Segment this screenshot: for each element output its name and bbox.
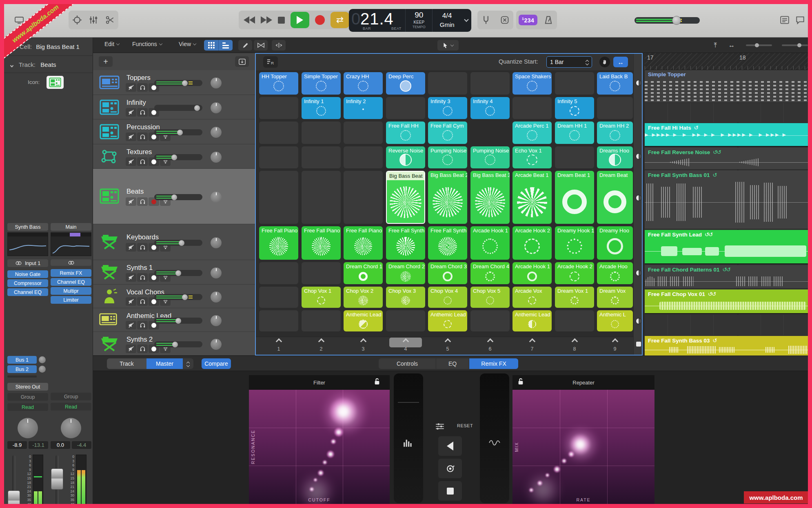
tab-track[interactable]: Track bbox=[107, 358, 146, 369]
track-header-vocal-chops[interactable]: Vocal Chops bbox=[93, 285, 255, 308]
track-volume-slider[interactable] bbox=[154, 194, 202, 200]
loop-cell[interactable]: Dream Chord 4 bbox=[470, 262, 510, 284]
volume-fader[interactable] bbox=[8, 490, 20, 504]
region-free-fall-hi-hats[interactable]: Free Fall Hi Hats ▶ ▶▶▶▶ ▶ ▶ ▶▶ ▶ ▶ ▶ ▶▶… bbox=[645, 123, 808, 147]
loop-cell[interactable]: Dream Beat bbox=[597, 171, 633, 224]
scene-trigger-6[interactable]: 6 bbox=[470, 339, 510, 352]
cycle-button[interactable]: ⇄ bbox=[331, 12, 349, 28]
menu-view[interactable]: View bbox=[179, 41, 196, 47]
track-pan-knob[interactable] bbox=[211, 315, 222, 326]
loop-cell[interactable]: Reverse Noise bbox=[386, 146, 425, 168]
row-play-indicator[interactable] bbox=[636, 318, 642, 324]
track-header-percussion[interactable]: Percussion bbox=[93, 119, 255, 144]
tab-remix-fx[interactable]: Remix FX bbox=[469, 358, 518, 369]
track-volume-slider[interactable] bbox=[154, 294, 202, 300]
loop-cell[interactable]: Chop Vox 3 bbox=[386, 287, 425, 308]
track-icon-well[interactable] bbox=[47, 76, 64, 89]
solo-button[interactable] bbox=[137, 321, 148, 329]
empty-cell[interactable] bbox=[259, 171, 298, 224]
loop-cell[interactable]: Arcade Hook 2 bbox=[555, 262, 594, 284]
empty-cell[interactable] bbox=[555, 72, 594, 95]
loop-cell[interactable]: Simple Topper bbox=[302, 72, 341, 95]
track-volume-slider[interactable] bbox=[154, 129, 202, 135]
lcd-dropdown[interactable] bbox=[461, 9, 471, 32]
input-button[interactable]: Input 1 bbox=[7, 259, 48, 267]
send-slot[interactable]: Bus 1 bbox=[7, 356, 37, 364]
rewind-button[interactable] bbox=[244, 16, 255, 24]
mute-button[interactable] bbox=[126, 297, 136, 306]
track-pan-knob[interactable] bbox=[211, 267, 222, 278]
mute-button[interactable] bbox=[126, 133, 136, 141]
region-free-fall-synth-bass-03[interactable]: Free Fall Synth Bass 03 bbox=[645, 336, 808, 356]
filter-xy-pad[interactable]: RESONANCE CUTOFF bbox=[249, 390, 390, 504]
solo-button[interactable] bbox=[137, 108, 148, 117]
zoom-vertical-fit-icon[interactable]: ⤒ bbox=[708, 40, 722, 51]
empty-cell[interactable] bbox=[470, 72, 510, 95]
loop-cell[interactable]: Arcade Hook 1 bbox=[512, 262, 552, 284]
scene-trigger-4-active[interactable]: 4 bbox=[386, 339, 425, 352]
loop-cell[interactable]: Arcade Hook 1 bbox=[470, 226, 510, 260]
empty-cell[interactable] bbox=[259, 146, 298, 168]
track-pan-knob[interactable] bbox=[211, 192, 222, 203]
master-volume-slider[interactable] bbox=[635, 15, 700, 26]
patch-name-button[interactable]: Main bbox=[51, 223, 91, 231]
zoom-h-slider[interactable] bbox=[782, 44, 808, 46]
plugin-slot[interactable]: Compressor bbox=[7, 279, 48, 287]
grid-divider-icon[interactable] bbox=[235, 56, 249, 67]
loop-cell[interactable]: Pumping Noise bbox=[470, 146, 510, 168]
plugin-slot[interactable]: Remix FX bbox=[51, 269, 91, 277]
send-slot[interactable]: Bus 2 bbox=[7, 365, 37, 373]
loop-cell[interactable]: Echo Vox 1 bbox=[512, 146, 552, 168]
split-tool-icon[interactable] bbox=[272, 40, 286, 51]
loop-cell[interactable]: Dream Vox bbox=[597, 287, 633, 308]
pan-knob[interactable] bbox=[18, 418, 38, 438]
plugin-slot[interactable]: Channel EQ bbox=[51, 278, 91, 286]
volume-readout[interactable]: -8.9 bbox=[7, 441, 27, 449]
empty-cell[interactable] bbox=[344, 121, 383, 144]
loop-cell[interactable]: Dreamy Hook 1 bbox=[555, 226, 594, 260]
stop-button[interactable] bbox=[278, 17, 285, 24]
empty-cell[interactable] bbox=[386, 97, 425, 119]
loop-cell[interactable]: Dream HH 1 bbox=[555, 121, 594, 144]
loop-cell[interactable]: Infinity 4 bbox=[470, 97, 510, 119]
plugin-slot[interactable]: Multipr bbox=[51, 287, 91, 295]
scene-trigger-2[interactable]: 2 bbox=[302, 339, 341, 352]
plugin-slot[interactable]: Channel EQ bbox=[7, 288, 48, 296]
solo-button[interactable] bbox=[137, 273, 148, 282]
automation-button[interactable]: Read bbox=[51, 403, 91, 411]
loop-fx-button[interactable] bbox=[438, 459, 462, 478]
record-button[interactable] bbox=[315, 15, 325, 25]
loop-cell[interactable]: Pumping Noise bbox=[428, 146, 467, 168]
region-simple-topper[interactable]: Simple Topper bbox=[645, 70, 808, 103]
solo-button[interactable] bbox=[137, 133, 148, 141]
empty-cell[interactable] bbox=[259, 310, 298, 331]
fx-slider-left[interactable] bbox=[394, 373, 423, 503]
solo-button[interactable] bbox=[137, 345, 148, 353]
region-free-fall-chord-patterns-01[interactable]: Free Fall Chord Patterns 01 bbox=[645, 265, 808, 289]
empty-cell[interactable] bbox=[555, 146, 594, 168]
empty-cell[interactable] bbox=[512, 97, 552, 119]
loop-cell[interactable]: Arcade Vox bbox=[512, 287, 552, 308]
empty-cell[interactable] bbox=[259, 287, 298, 308]
mixer-icon[interactable] bbox=[87, 14, 100, 26]
track-pan-knob[interactable] bbox=[211, 292, 222, 303]
fx-slider-right[interactable] bbox=[480, 373, 509, 503]
zoom-v-slider[interactable] bbox=[746, 44, 772, 46]
loop-cell[interactable]: Anthemic Lead bbox=[512, 310, 552, 331]
track-header-textures[interactable]: Textures bbox=[93, 144, 255, 169]
region-free-fall-synth-lead[interactable]: Free Fall Synth Lead bbox=[645, 230, 808, 264]
row-play-indicator[interactable] bbox=[636, 153, 642, 159]
automation-button[interactable]: Read bbox=[7, 403, 48, 411]
plugin-slot[interactable]: Limiter bbox=[51, 296, 91, 304]
row-play-indicator[interactable] bbox=[636, 80, 642, 86]
empty-cell[interactable] bbox=[302, 121, 341, 144]
track-pan-knob[interactable] bbox=[211, 237, 222, 248]
stop-all-cells-button[interactable] bbox=[636, 342, 641, 347]
track-pan-knob[interactable] bbox=[211, 339, 222, 350]
volume-thumb[interactable] bbox=[672, 16, 681, 25]
loop-cell[interactable]: Deep Perc bbox=[386, 72, 425, 95]
master-stepper[interactable] bbox=[183, 358, 193, 369]
loop-cell[interactable]: Dream HH 2 bbox=[597, 121, 633, 144]
loop-cell[interactable]: Free Fall Piano bbox=[302, 226, 341, 260]
cycle-target-icon[interactable] bbox=[71, 14, 83, 26]
